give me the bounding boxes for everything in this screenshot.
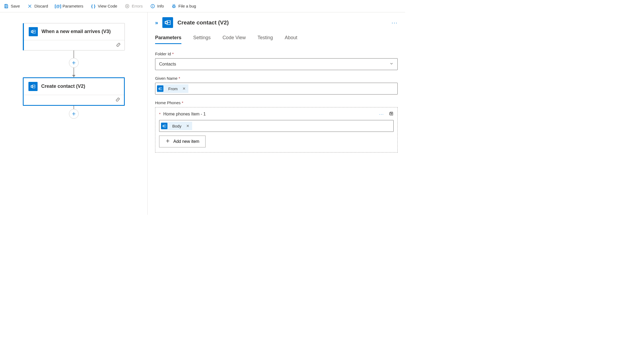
token-remove-icon[interactable]: ✕ <box>182 86 188 91</box>
folder-id-value: Contacts <box>159 62 176 67</box>
action-footer <box>24 95 124 105</box>
home-phones-item-header: * Home phones Item - 1 ··· T <box>159 111 394 117</box>
flow-connector-1 <box>69 50 79 77</box>
collapse-panel-icon[interactable]: » <box>155 20 158 26</box>
file-bug-label: File a bug <box>178 4 196 8</box>
switch-mode-icon[interactable]: T <box>389 111 394 117</box>
panel-more-button[interactable]: ··· <box>391 20 398 26</box>
errors-label: Errors <box>132 4 143 8</box>
home-phones-field: Home Phones * * Home phones Item - 1 ···… <box>155 100 398 153</box>
home-phones-label: Home Phones * <box>155 100 398 105</box>
outlook-icon <box>161 123 167 129</box>
tab-code-view[interactable]: Code View <box>222 35 246 44</box>
save-icon <box>4 4 9 9</box>
add-new-item-button[interactable]: Add new item <box>159 136 206 147</box>
svg-rect-1 <box>5 6 7 8</box>
svg-point-8 <box>31 31 32 32</box>
save-button[interactable]: Save <box>4 4 20 9</box>
file-bug-button[interactable]: File a bug <box>171 4 196 9</box>
save-label: Save <box>11 4 20 8</box>
svg-text:T: T <box>391 113 392 115</box>
action-header: Create contact (V2) <box>24 78 124 95</box>
outlook-icon <box>162 17 173 28</box>
tab-about[interactable]: About <box>285 35 297 44</box>
view-code-label: View Code <box>98 4 117 8</box>
token-label: From <box>166 86 180 91</box>
panel-title: Create contact (V2) <box>177 19 229 26</box>
add-new-item-label: Add new item <box>173 139 199 144</box>
home-phones-item-token[interactable]: Body ✕ <box>161 122 192 130</box>
folder-id-select[interactable]: Contacts <box>155 58 398 70</box>
item-more-button[interactable]: ··· <box>379 112 384 116</box>
add-step-button-2[interactable] <box>69 109 79 119</box>
svg-point-17 <box>159 88 160 89</box>
tab-parameters[interactable]: Parameters <box>155 35 181 44</box>
trigger-footer <box>24 40 125 50</box>
bug-icon <box>171 4 176 9</box>
svg-point-11 <box>31 86 32 87</box>
plus-icon <box>165 139 170 144</box>
link-icon <box>116 42 121 48</box>
outlook-icon <box>29 27 38 36</box>
main-area: When a new email arrives (V3) Cr <box>0 12 405 215</box>
errors-button: Errors <box>125 4 143 9</box>
discard-button[interactable]: Discard <box>27 4 48 9</box>
panel-header: » Create contact (V2) ··· <box>155 17 398 28</box>
toolbar: Save Discard [@] Parameters { } View Cod… <box>0 0 405 12</box>
link-icon <box>115 97 120 103</box>
home-phones-item-label: Home phones Item - 1 <box>163 112 206 117</box>
svg-point-4 <box>152 5 153 5</box>
info-button[interactable]: Info <box>150 4 164 9</box>
trigger-header: When a new email arrives (V3) <box>24 23 125 40</box>
braces-icon: { } <box>91 4 96 9</box>
discard-icon <box>27 4 32 9</box>
home-phones-item-input[interactable]: Body ✕ <box>159 120 394 132</box>
svg-rect-0 <box>5 4 7 5</box>
folder-id-field: Folder Id * Contacts <box>155 52 398 70</box>
trigger-card[interactable]: When a new email arrives (V3) <box>23 23 125 50</box>
outlook-icon <box>28 82 38 91</box>
given-name-label: Given Name * <box>155 76 398 81</box>
properties-panel: » Create contact (V2) ··· Parameters Set… <box>148 12 405 215</box>
panel-tabs: Parameters Settings Code View Testing Ab… <box>155 35 398 44</box>
home-phones-array: * Home phones Item - 1 ··· T Body <box>155 107 398 153</box>
svg-point-22 <box>163 125 164 126</box>
add-step-button-1[interactable] <box>69 58 79 68</box>
action-card[interactable]: Create contact (V2) <box>23 77 125 106</box>
svg-point-14 <box>166 22 167 24</box>
flow-connector-2 <box>69 106 79 119</box>
tab-testing[interactable]: Testing <box>258 35 273 44</box>
action-title: Create contact (V2) <box>41 83 85 89</box>
discard-label: Discard <box>34 4 48 8</box>
given-name-token[interactable]: From ✕ <box>157 84 188 93</box>
parameters-label: Parameters <box>63 4 83 8</box>
errors-icon <box>125 4 130 9</box>
tab-settings[interactable]: Settings <box>193 35 211 44</box>
parameters-button[interactable]: [@] Parameters <box>56 4 83 9</box>
parameters-icon: [@] <box>56 4 60 9</box>
folder-id-label: Folder Id * <box>155 52 398 56</box>
info-label: Info <box>157 4 164 8</box>
chevron-down-icon <box>389 61 394 67</box>
token-label: Body <box>170 124 184 128</box>
trigger-title: When a new email arrives (V3) <box>42 28 111 35</box>
view-code-button[interactable]: { } View Code <box>91 4 117 9</box>
given-name-field: Given Name * From ✕ <box>155 76 398 95</box>
given-name-input[interactable]: From ✕ <box>155 83 398 95</box>
flow-canvas: When a new email arrives (V3) Cr <box>0 12 148 215</box>
outlook-icon <box>157 85 163 92</box>
info-icon <box>150 4 155 9</box>
token-remove-icon[interactable]: ✕ <box>186 124 192 128</box>
